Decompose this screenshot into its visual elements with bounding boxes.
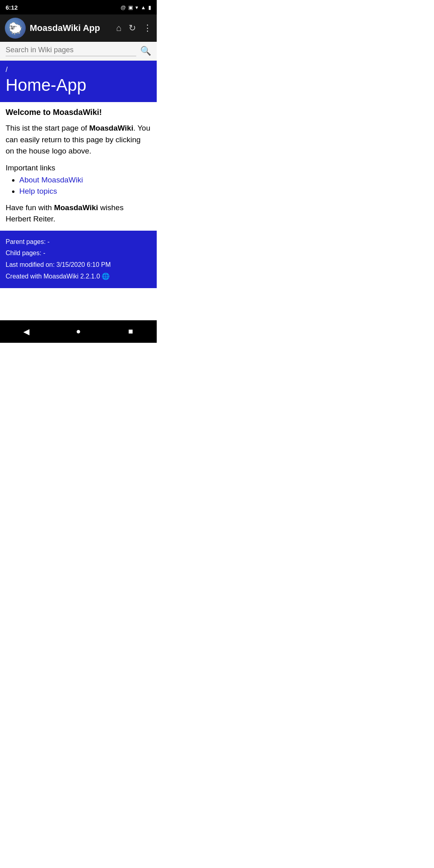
app-logo[interactable]: 🐑: [5, 18, 26, 39]
intro-part1: This ist the start page of: [6, 124, 89, 132]
intro-text: This ist the start page of MoasdaWiki. Y…: [6, 123, 151, 157]
page-header: / Home-App: [0, 61, 157, 102]
welcome-heading: Welcome to MoasdaWiki!: [6, 108, 151, 117]
home-button[interactable]: ●: [70, 327, 86, 336]
status-time: 6:12: [6, 4, 18, 11]
breadcrumb: /: [6, 66, 151, 74]
refresh-icon[interactable]: ↻: [129, 23, 136, 33]
search-bar: 🔍: [0, 42, 157, 61]
about-link[interactable]: About MoasdaWiki: [19, 176, 83, 184]
signal-icon: ▲: [141, 4, 146, 10]
important-links-label: Important links: [6, 164, 151, 172]
closing-bold: MoasdaWiki: [54, 203, 98, 212]
help-link[interactable]: Help topics: [19, 187, 57, 195]
home-icon[interactable]: ⌂: [116, 23, 121, 33]
nav-bar: ◀ ● ■: [0, 320, 157, 343]
sim-icon: ▣: [128, 4, 133, 10]
list-item: About MoasdaWiki: [19, 176, 151, 184]
parent-pages: Parent pages: -: [6, 236, 151, 248]
status-icons: @ ▣ ▾ ▲ ▮: [121, 4, 151, 10]
back-button[interactable]: ◀: [18, 327, 34, 336]
search-icon[interactable]: 🔍: [140, 46, 151, 56]
wifi-icon: ▾: [135, 4, 138, 10]
links-list: About MoasdaWiki Help topics: [6, 176, 151, 196]
more-icon[interactable]: ⋮: [143, 23, 152, 33]
intro-bold: MoasdaWiki: [89, 124, 133, 132]
recents-button[interactable]: ■: [123, 327, 139, 336]
page-footer: Parent pages: - Child pages: - Last modi…: [0, 231, 157, 288]
at-icon: @: [121, 4, 126, 10]
list-item: Help topics: [19, 187, 151, 196]
search-input[interactable]: [6, 46, 136, 56]
app-bar-actions: ⌂ ↻ ⋮: [116, 23, 152, 33]
spacer: [0, 288, 157, 320]
page-content: Welcome to MoasdaWiki! This ist the star…: [0, 102, 157, 231]
page-title: Home-App: [6, 76, 151, 95]
last-modified: Last modified on: 3/15/2020 6:10 PM: [6, 259, 151, 271]
app-bar: 🐑 MoasdaWiki App ⌂ ↻ ⋮: [0, 14, 157, 42]
status-bar: 6:12 @ ▣ ▾ ▲ ▮: [0, 0, 157, 14]
app-title: MoasdaWiki App: [30, 23, 112, 33]
child-pages: Child pages: -: [6, 248, 151, 259]
battery-icon: ▮: [148, 4, 151, 10]
closing-part1: Have fun with: [6, 203, 54, 212]
closing-text: Have fun with MoasdaWiki wishes Herbert …: [6, 202, 151, 225]
created-with: Created with MoasdaWiki 2.2.1.0 🌐: [6, 271, 151, 283]
